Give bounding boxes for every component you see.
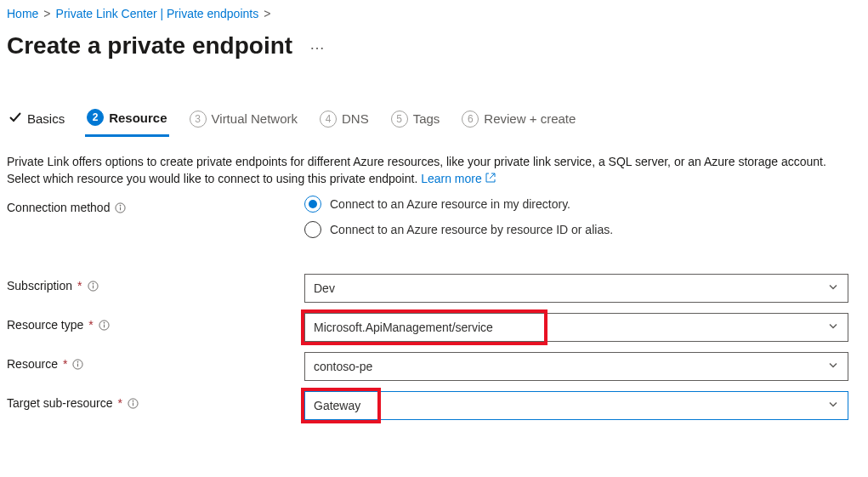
resource-row: Resource * contoso-pe: [7, 347, 861, 386]
resource-value: contoso-pe: [314, 360, 372, 373]
svg-point-5: [93, 283, 94, 284]
connection-method-row: Connection method Connect to an Azure re…: [7, 190, 861, 243]
info-icon[interactable]: [99, 320, 110, 331]
tab-dns[interactable]: 4 DNS: [318, 104, 371, 136]
subscription-row: Subscription * Dev: [7, 269, 861, 308]
breadcrumb-center[interactable]: Private Link Center | Private endpoints: [56, 7, 259, 20]
info-icon[interactable]: [88, 281, 99, 292]
connection-method-label: Connection method: [7, 201, 110, 214]
tab-basics[interactable]: Basics: [7, 104, 66, 135]
resource-label: Resource: [7, 357, 58, 371]
checkmark-icon: [9, 111, 22, 127]
target-sub-resource-label: Target sub-resource: [7, 396, 113, 410]
radio-directory-label: Connect to an Azure resource in my direc…: [330, 197, 570, 211]
tab-review-label: Review + create: [484, 111, 576, 126]
page-title: Create a private endpoint: [7, 27, 292, 61]
resource-type-value: Microsoft.ApiManagement/service: [314, 321, 493, 334]
step-number: 5: [391, 111, 408, 128]
tab-review[interactable]: 6 Review + create: [460, 104, 577, 136]
radio-icon: [304, 196, 321, 213]
step-number: 6: [462, 111, 479, 128]
tab-resource-label: Resource: [109, 111, 167, 125]
wizard-tabs: Basics 2 Resource 3 Virtual Network 4 DN…: [7, 102, 861, 138]
chevron-down-icon: [827, 321, 839, 335]
tab-description: Private Link offers options to create pr…: [7, 153, 857, 187]
target-sub-resource-row: Target sub-resource * Gateway: [7, 386, 861, 425]
target-sub-resource-value: Gateway: [314, 399, 360, 412]
resource-type-select[interactable]: Microsoft.ApiManagement/service: [304, 313, 848, 342]
required-icon: *: [63, 357, 67, 371]
breadcrumb-sep: >: [264, 7, 270, 20]
subscription-select[interactable]: Dev: [304, 274, 848, 303]
resource-form: Connection method Connect to an Azure re…: [7, 190, 861, 425]
chevron-down-icon: [827, 281, 839, 296]
svg-point-2: [120, 205, 121, 206]
info-icon[interactable]: [72, 359, 83, 370]
tab-resource[interactable]: 2 Resource: [85, 102, 168, 137]
resource-type-label: Resource type: [7, 318, 83, 332]
tab-virtual-network[interactable]: 3 Virtual Network: [188, 104, 299, 136]
radio-alias-label: Connect to an Azure resource by resource…: [330, 223, 613, 236]
step-number: 2: [87, 109, 104, 126]
resource-type-row: Resource type * Microsoft.ApiManagement/…: [7, 308, 861, 347]
step-number: 3: [190, 111, 207, 128]
breadcrumb: Home > Private Link Center | Private end…: [7, 3, 861, 27]
required-icon: *: [88, 318, 93, 332]
radio-alias[interactable]: Connect to an Azure resource by resource…: [304, 221, 848, 238]
radio-icon: [304, 221, 321, 238]
required-icon: *: [118, 396, 122, 410]
learn-more-link[interactable]: Learn more: [421, 172, 495, 185]
more-actions-icon[interactable]: …: [309, 36, 325, 54]
tab-tags-label: Tags: [413, 111, 440, 126]
description-text: Private Link offers options to create pr…: [7, 155, 826, 185]
step-number: 4: [320, 111, 337, 128]
required-icon: *: [77, 279, 82, 292]
chevron-down-icon: [827, 360, 839, 374]
tab-tags[interactable]: 5 Tags: [389, 104, 442, 136]
svg-point-14: [133, 400, 133, 401]
connection-method-radio-group: Connect to an Azure resource in my direc…: [304, 196, 848, 238]
subscription-value: Dev: [314, 281, 335, 295]
chevron-down-icon: [827, 399, 839, 413]
info-icon[interactable]: [115, 202, 126, 213]
subscription-label: Subscription: [7, 279, 72, 292]
resource-select[interactable]: contoso-pe: [304, 352, 848, 381]
external-link-icon: [485, 173, 496, 183]
tab-dns-label: DNS: [342, 111, 369, 126]
tab-basics-label: Basics: [27, 111, 65, 126]
breadcrumb-home[interactable]: Home: [7, 7, 38, 20]
tab-vnet-label: Virtual Network: [212, 111, 298, 126]
target-sub-resource-select[interactable]: Gateway: [304, 391, 848, 420]
radio-directory[interactable]: Connect to an Azure resource in my direc…: [304, 196, 848, 213]
svg-point-11: [77, 361, 78, 362]
info-icon[interactable]: [128, 398, 139, 409]
breadcrumb-sep: >: [43, 7, 50, 20]
svg-point-8: [104, 322, 105, 323]
